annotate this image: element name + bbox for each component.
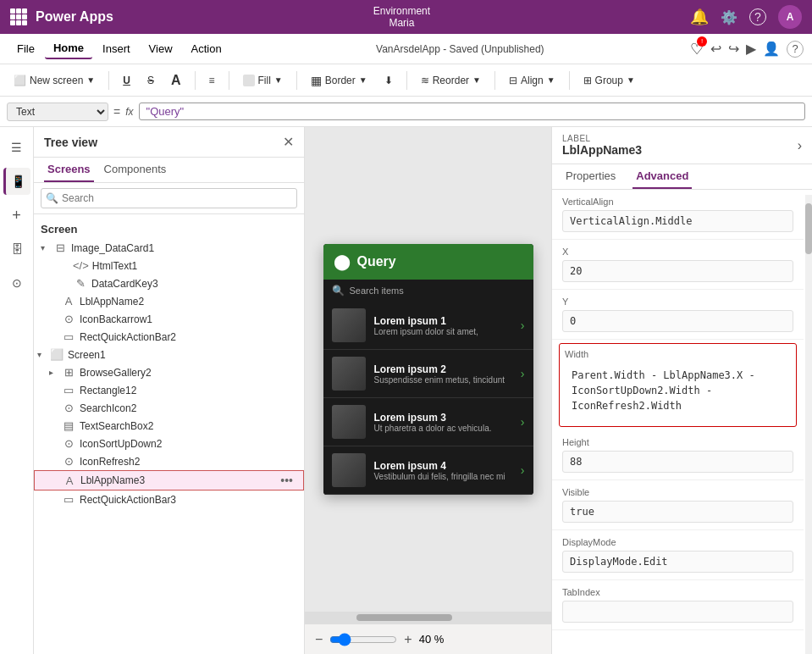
- border-button[interactable]: ▦ Border ▼: [304, 70, 374, 91]
- icon-icon: ⊙: [61, 402, 76, 414]
- tab-properties[interactable]: Properties: [562, 164, 619, 189]
- scrollbar-track[interactable]: [805, 195, 812, 654]
- tree-search-input[interactable]: [41, 188, 297, 208]
- list-item[interactable]: ▸ ⊙ SearchIcon2: [34, 399, 304, 417]
- list-item[interactable]: ▸ A LblAppName2: [34, 292, 304, 310]
- tree-panel: Tree view ✕ Screens Components 🔍 Screen …: [34, 127, 305, 654]
- tab-advanced[interactable]: Advanced: [632, 164, 692, 189]
- field-value[interactable]: [562, 210, 793, 232]
- properties-panel: LABEL LblAppName3 › Properties Advanced …: [551, 127, 812, 654]
- item-title: Lorem ipsum 4: [374, 460, 512, 472]
- list-item[interactable]: ▸ ⊙ IconSortUpDown2: [34, 435, 304, 452]
- play-icon[interactable]: ▶: [746, 41, 756, 57]
- list-item[interactable]: Lorem ipsum 1 Lorem ipsum dolor sit amet…: [323, 302, 533, 350]
- list-item[interactable]: ▸ ▭ Rectangle12: [34, 381, 304, 399]
- zoom-in-icon[interactable]: +: [404, 632, 412, 647]
- field-value[interactable]: [562, 260, 793, 282]
- sidebar-icon-variables[interactable]: ⊙: [3, 269, 30, 297]
- zoom-slider[interactable]: [329, 633, 397, 646]
- grid-menu-icon[interactable]: [10, 8, 27, 25]
- field-value-width[interactable]: Parent.Width - LblAppName3.X - IconSortU…: [565, 363, 791, 418]
- item-arrow-icon: ›: [521, 319, 525, 332]
- list-item[interactable]: Lorem ipsum 2 Suspendisse enim metus, ti…: [323, 350, 533, 398]
- app-search-bar[interactable]: 🔍 Search items: [323, 280, 533, 302]
- reorder-button[interactable]: ≋ Reorder ▼: [414, 71, 488, 90]
- toolbar-sep-3: [229, 71, 229, 90]
- redo-icon[interactable]: ↪: [728, 41, 739, 57]
- settings-icon[interactable]: ⚙️: [721, 9, 737, 25]
- list-item[interactable]: ▾ ⊟ Image_DataCard1: [34, 239, 304, 257]
- menu-action[interactable]: Action: [183, 39, 230, 58]
- field-label: Height: [562, 437, 793, 447]
- list-item[interactable]: ▸ ▤ TextSearchBox2: [34, 417, 304, 435]
- border-down-button[interactable]: ⬇: [378, 71, 400, 90]
- sidebar-icon-data[interactable]: 🗄: [3, 236, 30, 263]
- field-value[interactable]: [562, 501, 793, 523]
- formula-input[interactable]: [139, 103, 805, 120]
- menu-file[interactable]: File: [8, 39, 43, 58]
- item-arrow-icon: ›: [521, 463, 525, 477]
- list-item[interactable]: Lorem ipsum 3 Ut pharetra a dolor ac veh…: [323, 398, 533, 446]
- avatar[interactable]: A: [778, 5, 802, 29]
- new-screen-button[interactable]: ⬜ New screen ▼: [7, 71, 102, 90]
- field-value[interactable]: [562, 601, 793, 623]
- tree-title: Tree view: [44, 136, 97, 149]
- formula-bar: Text = fx: [0, 97, 812, 127]
- menu-home[interactable]: Home: [45, 38, 92, 59]
- person-icon[interactable]: 👤: [763, 41, 780, 57]
- sidebar-icon-treeview[interactable]: ☰: [3, 134, 30, 161]
- props-expand-icon[interactable]: ›: [798, 138, 802, 153]
- undo-icon[interactable]: ↩: [710, 41, 721, 57]
- fx-icon: fx: [125, 106, 133, 118]
- underline-button[interactable]: U: [116, 71, 137, 90]
- screen-section-label: Screen: [34, 218, 304, 239]
- field-label: Visible: [562, 487, 793, 497]
- field-height: Height: [552, 430, 804, 480]
- tab-screens[interactable]: Screens: [44, 158, 94, 182]
- tab-components[interactable]: Components: [101, 158, 170, 182]
- fx-label: fx: [125, 106, 133, 118]
- sidebar-icon-screens[interactable]: 📱: [3, 168, 30, 195]
- property-selector[interactable]: Text: [7, 103, 108, 121]
- tree-close-button[interactable]: ✕: [283, 134, 294, 150]
- horizontal-scrollbar[interactable]: [305, 612, 551, 624]
- item-text: Lorem ipsum 4 Vestibulum dui felis, frin…: [374, 460, 512, 481]
- help-topright-icon[interactable]: ?: [787, 41, 804, 58]
- align-button[interactable]: ⊟ Align ▼: [502, 71, 562, 90]
- field-value[interactable]: [562, 551, 793, 573]
- more-options-icon[interactable]: •••: [277, 474, 296, 487]
- sidebar-icon-add[interactable]: +: [3, 202, 30, 229]
- group-button[interactable]: ⊞ Group ▼: [577, 71, 642, 90]
- zoom-out-icon[interactable]: −: [315, 632, 323, 647]
- text-align-button[interactable]: ≡: [202, 71, 222, 90]
- list-item-selected[interactable]: ▸ A LblAppName3 •••: [34, 470, 304, 490]
- health-icon[interactable]: ♡ !: [690, 40, 704, 58]
- new-screen-caret: ▼: [86, 75, 95, 85]
- scrollbar-thumb[interactable]: [805, 203, 812, 254]
- notification-icon[interactable]: 🔔: [690, 8, 709, 26]
- fill-button[interactable]: Fill ▼: [236, 71, 290, 90]
- menu-view[interactable]: View: [141, 39, 181, 58]
- strikethrough-button[interactable]: S: [141, 71, 161, 90]
- field-display-mode: DisplayMode: [552, 530, 804, 580]
- app-header: ⬤ Query: [323, 244, 533, 280]
- help-icon[interactable]: ?: [749, 8, 766, 25]
- list-item[interactable]: ▸ ⊙ IconRefresh2: [34, 452, 304, 470]
- list-item[interactable]: ▸ </> HtmlText1: [34, 257, 304, 274]
- list-item[interactable]: ▸ ✎ DataCardKey3: [34, 274, 304, 292]
- field-value[interactable]: [562, 451, 793, 473]
- list-item[interactable]: ▸ ▭ RectQuickActionBar3: [34, 490, 304, 508]
- textbox-icon: ▤: [61, 419, 76, 432]
- canvas-scroll[interactable]: ⬤ Query 🔍 Search items Lorem ipsum 1 Lor…: [305, 127, 551, 612]
- font-size-button[interactable]: A: [164, 69, 188, 91]
- list-item[interactable]: Lorem ipsum 4 Vestibulum dui felis, frin…: [323, 446, 533, 495]
- list-item[interactable]: ▾ ⬜ Screen1: [34, 346, 304, 363]
- menu-insert[interactable]: Insert: [94, 39, 139, 58]
- list-item[interactable]: ▸ ⊞ BrowseGallery2: [34, 363, 304, 381]
- field-value[interactable]: [562, 310, 793, 332]
- toolbar-sep-7: [569, 71, 570, 90]
- h-scrollbar-thumb[interactable]: [356, 614, 452, 621]
- list-item[interactable]: ▸ ⊙ IconBackarrow1: [34, 310, 304, 328]
- list-item[interactable]: ▸ ▭ RectQuickActionBar2: [34, 328, 304, 346]
- search-placeholder: Search items: [350, 285, 404, 296]
